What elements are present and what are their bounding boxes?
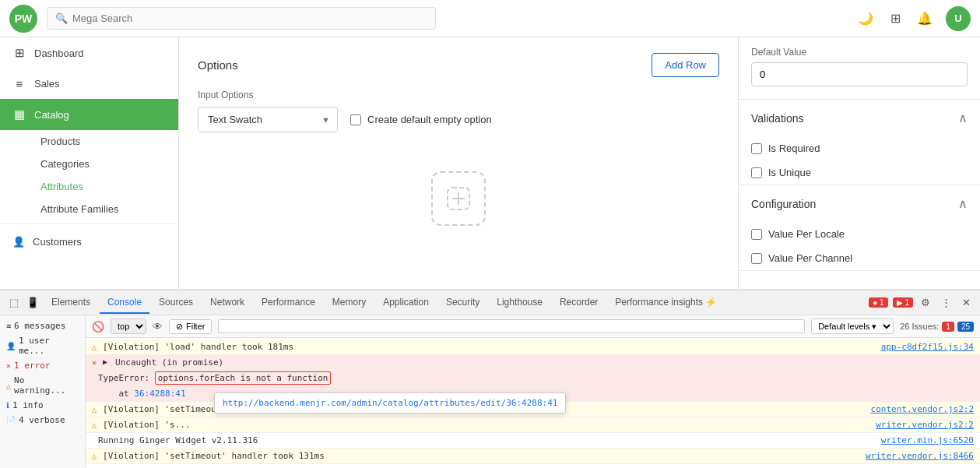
messages-icon: ≡ bbox=[6, 322, 11, 330]
options-header: Options Add Row bbox=[198, 53, 719, 77]
main-panel: Options Add Row Input Options Text Swatc… bbox=[179, 37, 739, 289]
configuration-header: Configuration ∧ bbox=[739, 185, 980, 222]
default-levels-select[interactable]: Default levels ▾ bbox=[811, 318, 894, 334]
console-row-link[interactable]: writer.vendor.js:8466 bbox=[866, 451, 974, 461]
tab-console[interactable]: Console bbox=[100, 292, 149, 314]
empty-state bbox=[198, 132, 719, 265]
tab-security[interactable]: Security bbox=[438, 292, 487, 314]
console-sidebar-info[interactable]: ℹ 1 info bbox=[0, 398, 85, 413]
is-unique-checkbox[interactable] bbox=[751, 167, 762, 178]
close-icon[interactable]: ✕ bbox=[959, 295, 974, 310]
moon-icon[interactable]: 🌙 bbox=[857, 10, 874, 27]
console-row-text: [Violation] 'load' handler took 181ms bbox=[103, 342, 875, 352]
sidebar-item-customers[interactable]: 👤 Customers bbox=[0, 227, 178, 256]
search-bar[interactable]: 🔍 bbox=[47, 7, 436, 30]
console-sidebar-errors[interactable]: ✕ 1 error bbox=[0, 358, 85, 373]
error-icon: ✕ bbox=[6, 361, 11, 370]
sidebar-item-label: Dashboard bbox=[34, 48, 84, 59]
layout-icon[interactable]: ⊞ bbox=[887, 10, 904, 27]
filter-button[interactable]: ⊘ Filter bbox=[169, 319, 212, 334]
console-row-link[interactable]: writer.vendor.js2:2 bbox=[876, 420, 974, 430]
error-location-link[interactable]: 36:4288:41 bbox=[134, 389, 185, 399]
sidebar-item-catalog[interactable]: ▦ Catalog bbox=[0, 99, 178, 130]
value-per-locale-checkbox[interactable] bbox=[751, 229, 762, 240]
is-unique-row: Is Unique bbox=[739, 160, 980, 185]
devtools-icon-inspect[interactable]: ⬚ bbox=[6, 295, 22, 310]
devtools-tabs-right: ● 1 ▶ 1 ⚙ ⋮ ✕ bbox=[869, 295, 974, 310]
customers-icon: 👤 bbox=[12, 236, 25, 248]
devtools-body: ≡ 6 messages 👤 1 user me... ✕ 1 error △ … bbox=[0, 315, 980, 468]
empty-state-icon bbox=[431, 171, 486, 226]
console-row-link[interactable]: writer.min.js:6520 bbox=[881, 435, 974, 445]
tab-application[interactable]: Application bbox=[375, 292, 437, 314]
value-per-channel-checkbox[interactable] bbox=[751, 253, 762, 264]
default-value-section: Default Value bbox=[739, 37, 980, 100]
validations-collapse-icon[interactable]: ∧ bbox=[958, 111, 968, 125]
tab-memory[interactable]: Memory bbox=[325, 292, 374, 314]
filter-icon: ⊘ bbox=[176, 322, 183, 332]
tab-performance[interactable]: Performance bbox=[254, 292, 323, 314]
console-sidebar-user-messages[interactable]: 👤 1 user me... bbox=[0, 333, 85, 358]
devtools-icon-device[interactable]: 📱 bbox=[23, 295, 42, 310]
issues-blue-badge: 25 bbox=[957, 322, 974, 332]
filter-input[interactable] bbox=[218, 319, 805, 333]
sidebar-item-sales[interactable]: ≡ Sales bbox=[0, 69, 178, 99]
context-select[interactable]: top bbox=[111, 318, 146, 334]
tab-performance-insights[interactable]: Performance insights ⚡ bbox=[607, 292, 725, 314]
expand-icon[interactable]: ▶ bbox=[103, 357, 107, 366]
input-type-select-wrap: Text Swatch Dropdown Radio Checkbox Mult… bbox=[198, 107, 338, 132]
sidebar-item-attribute-families[interactable]: Attribute Families bbox=[34, 198, 178, 220]
console-main: 🚫 top 👁 ⊘ Filter Default levels ▾ 26 Iss… bbox=[86, 315, 980, 468]
user-messages-icon: 👤 bbox=[6, 342, 16, 350]
console-row-text: [Violation] 's... bbox=[103, 420, 869, 430]
is-required-label: Is Required bbox=[768, 143, 820, 154]
console-row: △ [Violation] 's... writer.vendor.js2:2 bbox=[86, 417, 980, 433]
sidebar-item-categories[interactable]: Categories bbox=[34, 153, 178, 175]
console-row-link[interactable]: content.vendor.js2:2 bbox=[871, 404, 974, 414]
default-empty-option-checkbox[interactable] bbox=[350, 114, 361, 125]
configuration-collapse-icon[interactable]: ∧ bbox=[958, 196, 968, 211]
bell-icon[interactable]: 🔔 bbox=[916, 10, 933, 27]
warning-row-icon3: △ bbox=[92, 420, 97, 429]
default-value-input[interactable] bbox=[751, 62, 968, 86]
sidebar-item-dashboard[interactable]: ⊞ Dashboard bbox=[0, 37, 178, 69]
console-content: △ [Violation] 'load' handler took 181ms … bbox=[86, 338, 980, 468]
configuration-section: Configuration ∧ Value Per Locale Value P… bbox=[739, 185, 980, 271]
tab-elements[interactable]: Elements bbox=[44, 292, 98, 314]
console-sidebar-warnings[interactable]: △ No warning... bbox=[0, 373, 85, 398]
settings-icon[interactable]: ⚙ bbox=[918, 295, 933, 310]
verbose-icon: 📄 bbox=[6, 416, 16, 424]
console-row-link[interactable]: app-c8df2f15.js:34 bbox=[881, 342, 974, 352]
more-icon[interactable]: ⋮ bbox=[938, 295, 954, 310]
console-row-text: TypeError: options.forEach is not a func… bbox=[98, 373, 974, 383]
tab-network[interactable]: Network bbox=[202, 292, 252, 314]
filter-label: Filter bbox=[186, 322, 205, 331]
sidebar-item-products[interactable]: Products bbox=[34, 130, 178, 153]
tab-lighthouse[interactable]: Lighthouse bbox=[489, 292, 550, 314]
logo: PW bbox=[9, 5, 37, 33]
console-sidebar-verbose[interactable]: 📄 4 verbose bbox=[0, 413, 85, 428]
input-options-row: Text Swatch Dropdown Radio Checkbox Mult… bbox=[198, 107, 719, 132]
add-row-button[interactable]: Add Row bbox=[652, 53, 719, 77]
search-icon: 🔍 bbox=[55, 12, 68, 24]
is-required-row: Is Required bbox=[739, 136, 980, 160]
warning-row-icon: △ bbox=[92, 343, 97, 351]
options-section: Options Add Row Input Options Text Swatc… bbox=[179, 37, 738, 280]
user-avatar[interactable]: U bbox=[946, 6, 971, 31]
value-per-channel-label: Value Per Channel bbox=[768, 252, 852, 264]
tab-sources[interactable]: Sources bbox=[151, 292, 201, 314]
topbar: PW 🔍 🌙 ⊞ 🔔 U bbox=[0, 0, 980, 37]
input-type-select[interactable]: Text Swatch Dropdown Radio Checkbox Mult… bbox=[198, 107, 338, 132]
is-required-checkbox[interactable] bbox=[751, 143, 762, 154]
clear-icon[interactable]: 🚫 bbox=[92, 321, 104, 333]
console-row: ✕ ▶ Uncaught (in promise) bbox=[86, 355, 980, 371]
tab-recorder[interactable]: Recorder bbox=[552, 292, 606, 314]
console-sidebar-messages[interactable]: ≡ 6 messages bbox=[0, 318, 85, 333]
sidebar-item-attributes[interactable]: Attributes bbox=[34, 175, 178, 198]
eye-icon[interactable]: 👁 bbox=[153, 321, 163, 333]
console-prompt[interactable]: › bbox=[86, 464, 980, 468]
tooltip-url: http://backend.menjr.com/admin/catalog/a… bbox=[214, 392, 566, 413]
main-layout: ⊞ Dashboard ≡ Sales ▦ Catalog Products C… bbox=[0, 37, 980, 289]
input-options-label: Input Options bbox=[198, 90, 719, 100]
search-input[interactable] bbox=[72, 12, 427, 24]
